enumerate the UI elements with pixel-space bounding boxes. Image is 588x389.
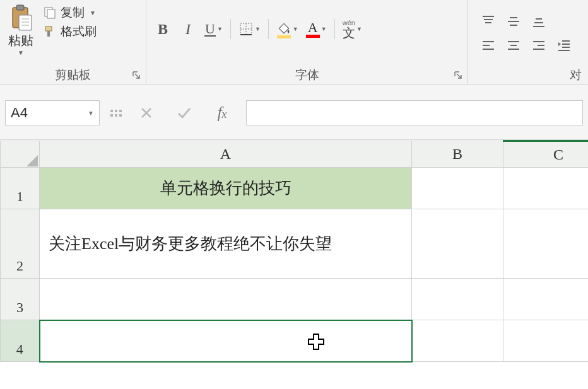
dropdown-caret-icon: ▼ xyxy=(255,26,261,32)
dropdown-caret-icon: ▼ xyxy=(217,26,223,32)
bold-button[interactable]: B xyxy=(151,18,174,40)
check-icon xyxy=(176,105,192,121)
paste-button[interactable]: 粘贴 ▼ xyxy=(4,3,38,59)
cell-B2[interactable] xyxy=(412,209,503,279)
dropdown-caret-icon: ▼ xyxy=(293,26,298,32)
copy-label: 复制 xyxy=(61,4,85,21)
svg-rect-2 xyxy=(19,15,32,30)
italic-button[interactable]: I xyxy=(177,18,199,40)
paste-label: 粘贴 xyxy=(8,34,33,47)
dialog-launcher-icon xyxy=(454,71,462,79)
format-painter-label: 格式刷 xyxy=(61,23,97,40)
ribbon-group-clipboard-label: 剪贴板 xyxy=(55,67,91,83)
clipboard-dialog-launcher[interactable] xyxy=(131,69,142,81)
cell-C1[interactable] xyxy=(503,168,589,209)
column-header-C[interactable]: C xyxy=(503,141,589,168)
svg-rect-8 xyxy=(45,26,52,31)
increase-indent-button[interactable] xyxy=(553,34,575,57)
bold-icon: B xyxy=(158,21,168,38)
fx-icon: fx xyxy=(217,103,226,122)
clipboard-paste-icon xyxy=(8,4,34,32)
cell-A1-value: 单元格换行的技巧 xyxy=(40,172,411,204)
fill-color-icon xyxy=(276,20,291,38)
row-header-3[interactable]: 3 xyxy=(1,279,40,320)
cell-A2-value: 关注Excel与财务更多教程绝不让你失望 xyxy=(40,228,411,260)
dropdown-caret-icon: ▼ xyxy=(356,26,362,32)
column-header-B[interactable]: B xyxy=(412,141,503,168)
phonetic-guide-icon: wén 文 xyxy=(343,20,355,39)
separator xyxy=(230,19,231,39)
insert-function-button[interactable]: fx xyxy=(208,100,236,125)
svg-rect-1 xyxy=(16,5,24,10)
dropdown-caret-icon: ▼ xyxy=(18,49,24,56)
ribbon-group-font-label: 字体 xyxy=(295,67,319,83)
format-painter-button[interactable]: 格式刷 xyxy=(40,23,99,40)
align-middle-button[interactable] xyxy=(502,10,525,33)
x-icon xyxy=(139,106,153,120)
paintbrush-icon xyxy=(43,25,57,38)
align-bottom-icon xyxy=(531,14,546,29)
phonetic-guide-button[interactable]: wén 文 ▼ xyxy=(340,18,365,40)
cell-A3[interactable] xyxy=(40,279,412,320)
dialog-launcher-icon xyxy=(132,71,141,79)
column-header-A[interactable]: A xyxy=(40,141,412,168)
underline-button[interactable]: U ▼ xyxy=(202,18,225,40)
separator xyxy=(334,19,335,39)
confirm-edit-button[interactable] xyxy=(170,100,198,125)
font-color-button[interactable]: A ▼ xyxy=(303,18,329,40)
cell-C3[interactable] xyxy=(503,279,589,320)
align-right-button[interactable] xyxy=(527,34,550,57)
align-top-icon xyxy=(481,14,496,29)
align-bottom-button[interactable] xyxy=(527,10,550,33)
borders-icon xyxy=(238,21,254,37)
cell-C4[interactable] xyxy=(503,320,589,362)
dropdown-caret-icon: ▼ xyxy=(321,26,327,32)
ribbon-group-alignment: 对 xyxy=(468,0,588,84)
svg-rect-7 xyxy=(47,9,55,18)
formula-bar: A4 ▼ fx xyxy=(0,85,588,140)
spreadsheet-grid: A B C 1 单元格换行的技巧 2 关注Excel与财务更多教程绝不让你失望 … xyxy=(0,140,588,363)
underline-icon: U xyxy=(204,22,216,37)
ribbon: 粘贴 ▼ 复制 ▼ 格式刷 xyxy=(0,0,588,85)
formula-input[interactable] xyxy=(246,100,583,125)
italic-icon: I xyxy=(185,21,191,38)
align-left-button[interactable] xyxy=(477,34,500,57)
cell-A2[interactable]: 关注Excel与财务更多教程绝不让你失望 xyxy=(40,209,412,279)
copy-icon xyxy=(43,6,57,20)
cell-A4[interactable] xyxy=(40,320,412,362)
separator xyxy=(268,19,269,39)
row-header-4[interactable]: 4 xyxy=(1,320,40,362)
cell-A1[interactable]: 单元格换行的技巧 xyxy=(40,168,412,209)
font-dialog-launcher[interactable] xyxy=(452,69,464,81)
row-header-2[interactable]: 2 xyxy=(1,209,40,279)
align-right-icon xyxy=(531,38,546,53)
cell-B4[interactable] xyxy=(412,320,503,362)
align-center-icon xyxy=(506,38,521,53)
select-all-corner[interactable] xyxy=(1,141,40,168)
align-center-button[interactable] xyxy=(502,34,525,57)
cell-B3[interactable] xyxy=(412,279,503,320)
formula-bar-resizer[interactable] xyxy=(110,100,122,125)
cancel-edit-button[interactable] xyxy=(132,100,160,125)
cell-B1[interactable] xyxy=(412,168,503,209)
align-middle-icon xyxy=(506,14,521,29)
font-color-icon: A xyxy=(306,21,320,38)
dropdown-caret-icon: ▼ xyxy=(90,9,96,16)
fill-color-button[interactable]: ▼ xyxy=(274,18,301,40)
ribbon-group-clipboard: 粘贴 ▼ 复制 ▼ 格式刷 xyxy=(0,0,146,84)
name-box-value: A4 xyxy=(11,105,28,121)
copy-button[interactable]: 复制 ▼ xyxy=(40,4,99,21)
ribbon-group-alignment-label: 对 xyxy=(570,67,582,83)
row-header-1[interactable]: 1 xyxy=(1,168,40,209)
cell-C2[interactable] xyxy=(503,209,589,279)
name-box[interactable]: A4 ▼ xyxy=(5,100,100,125)
align-top-button[interactable] xyxy=(477,10,500,33)
dropdown-caret-icon: ▼ xyxy=(88,110,94,117)
indent-icon xyxy=(556,38,572,53)
select-all-triangle-icon xyxy=(26,155,38,166)
borders-button[interactable]: ▼ xyxy=(236,18,263,40)
svg-rect-9 xyxy=(47,31,50,37)
ribbon-group-font: B I U ▼ xyxy=(146,0,468,84)
align-left-icon xyxy=(481,38,496,53)
